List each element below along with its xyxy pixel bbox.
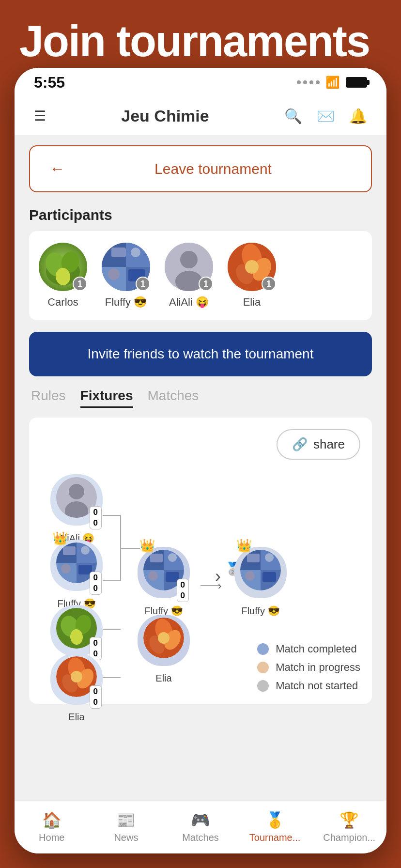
bracket-area: › 00 AliAli 😝 [41, 469, 360, 692]
tabs-row: Rules Fixtures Matches [29, 388, 372, 408]
legend-not-started-label: Match not started [276, 680, 358, 692]
mail-icon[interactable]: ✉️ [317, 108, 335, 124]
carlos-oval-r1: 00 [50, 605, 103, 656]
app-navbar: ☰ Jeu Chimie 🔍 ✉️ 🔔 [15, 97, 386, 136]
nav-label-news: News [114, 832, 138, 843]
svg-rect-67 [262, 572, 276, 582]
chevron-right: › [215, 566, 221, 587]
svg-point-38 [81, 546, 90, 555]
svg-point-68 [245, 571, 255, 581]
status-bar: 5:55 📶 [15, 68, 386, 97]
svg-point-48 [71, 671, 82, 682]
svg-point-56 [168, 553, 177, 562]
svg-point-37 [61, 564, 71, 574]
main-content: ← Leave tournament Participants [15, 136, 386, 800]
participants-title: Participants [29, 207, 372, 223]
medal-wrapper: 🥈 👑 [234, 547, 287, 598]
bottom-nav: 🏠 Home 📰 News 🎮 Matches 🥇 Tourname... 🏆 … [15, 800, 386, 853]
tab-matches[interactable]: Matches [148, 388, 199, 408]
legend-completed-label: Match completed [276, 643, 357, 655]
share-icon: 🔗 [292, 437, 308, 452]
fluffy-score-r2: 00 [177, 579, 189, 602]
home-icon: 🏠 [42, 811, 62, 829]
fluffy-oval-r1: 👑 00 [50, 540, 103, 591]
bracket-legend: Match completed Match in progress Match … [257, 643, 360, 692]
name-aliali: AliAli 😝 [169, 296, 209, 309]
participant-carlos: 1 Carlos [39, 243, 87, 309]
svg-rect-35 [63, 546, 76, 555]
leave-tournament-button[interactable]: ← Leave tournament [29, 145, 372, 192]
nav-item-champion[interactable]: 🏆 Champion... [312, 811, 386, 843]
invite-button[interactable]: Invite friends to watch the tournament [29, 332, 372, 376]
avatar-aliali-wrapper: 1 [165, 243, 213, 291]
share-row: 🔗 share [41, 429, 360, 460]
champion-icon: 🏆 [339, 811, 359, 829]
nav-item-news[interactable]: 📰 News [89, 811, 164, 843]
player-elia-r1: 00 Elia [50, 653, 103, 723]
hamburger-icon[interactable]: ☰ [34, 108, 46, 124]
crown-fluffy-r2: 👑 [139, 538, 155, 553]
name-fluffy: Fluffy 😎 [105, 296, 147, 309]
tournament-icon: 🥇 [265, 811, 285, 829]
tab-rules[interactable]: Rules [31, 388, 66, 408]
share-button[interactable]: 🔗 share [277, 429, 360, 460]
dot-not-started [257, 680, 269, 692]
fluffy-avatar-final [240, 550, 281, 590]
svg-point-61 [158, 632, 170, 644]
nav-item-tournament[interactable]: 🥇 Tourname... [238, 811, 312, 843]
legend-in-progress: Match in progress [257, 661, 360, 674]
search-icon[interactable]: 🔍 [284, 108, 302, 124]
svg-point-69 [265, 553, 274, 562]
fixtures-card: 🔗 share [29, 418, 372, 704]
player-fluffy-r1: 👑 00 Fluffy 😎 [50, 540, 103, 609]
legend-not-started: Match not started [257, 680, 360, 692]
badge-carlos: 1 [73, 277, 87, 291]
svg-point-10 [108, 268, 120, 280]
nav-label-tournament: Tourname... [249, 832, 301, 843]
svg-point-29 [69, 484, 84, 499]
share-label: share [313, 437, 345, 452]
fluffy-name-final: Fluffy 😎 [241, 605, 279, 617]
crown-fluffy-r1: 👑 [52, 531, 68, 546]
header-banner: Join tournaments [0, 0, 401, 78]
svg-rect-53 [150, 554, 163, 562]
aliali-oval: 00 [50, 474, 103, 526]
svg-point-11 [131, 248, 140, 257]
nav-item-home[interactable]: 🏠 Home [15, 811, 89, 843]
wifi-icon: 📶 [325, 76, 340, 89]
svg-rect-66 [247, 554, 260, 562]
participants-card: 1 Carlos [29, 231, 372, 320]
fluffy-oval-final: 👑 [234, 547, 287, 598]
elia-oval-r2 [138, 615, 190, 666]
name-elia: Elia [243, 296, 261, 309]
matches-icon: 🎮 [191, 811, 210, 829]
page-title: Join tournaments [19, 16, 370, 66]
badge-fluffy: 1 [136, 277, 150, 291]
participant-aliali: 1 AliAli 😝 [165, 243, 213, 309]
status-icons: 📶 [297, 76, 367, 89]
fluffy-oval-r2: 👑 00 [138, 547, 190, 598]
elia-score-r1: 00 [90, 685, 102, 709]
app-title: Jeu Chimie [121, 107, 209, 125]
legend-completed: Match completed [257, 643, 360, 655]
phone-frame: 5:55 📶 ☰ Jeu Chimie 🔍 ✉️ 🔔 ← Leave tourn… [15, 68, 386, 853]
back-arrow-icon: ← [49, 160, 65, 178]
tab-fixtures[interactable]: Fixtures [80, 388, 133, 408]
battery-icon [346, 77, 367, 88]
news-icon: 📰 [116, 811, 136, 829]
dot-in-progress [257, 662, 269, 673]
player-fluffy-final: 🥈 👑 [234, 547, 287, 617]
legend-in-progress-label: Match in progress [276, 661, 360, 674]
nav-label-matches: Matches [182, 832, 219, 843]
elia-avatar-r2 [143, 618, 184, 658]
dot-completed [257, 643, 269, 655]
bell-icon[interactable]: 🔔 [349, 108, 367, 124]
aliali-score: 00 [90, 506, 102, 529]
svg-point-19 [245, 260, 259, 274]
participants-section: Participants 1 [29, 207, 372, 320]
avatar-elia-wrapper: 1 [228, 243, 276, 291]
nav-action-icons: 🔍 ✉️ 🔔 [284, 108, 367, 124]
status-time: 5:55 [34, 74, 65, 92]
nav-item-matches[interactable]: 🎮 Matches [163, 811, 238, 843]
nav-label-home: Home [39, 832, 64, 843]
